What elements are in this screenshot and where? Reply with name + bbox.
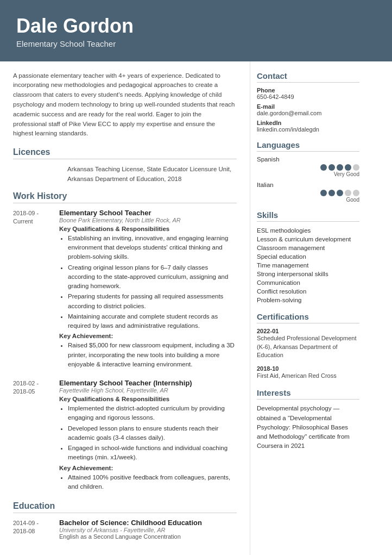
dot-1 [320, 164, 327, 171]
linkedin-value: linkedin.com/in/dalegdn [257, 126, 359, 133]
skills-section-title: Skills [257, 210, 359, 222]
achievement-item: Attained 100% positive feedback from col… [68, 473, 237, 492]
bullet-item: Maintaining accurate and complete studen… [68, 312, 237, 331]
skills-list: ESL methodologiesLesson & curriculum dev… [257, 226, 359, 304]
bullet-item: Creating original lesson plans for 6–7 d… [68, 263, 237, 291]
dot-3 [337, 190, 343, 196]
edu-entry-1: 2014-09 - 2018-08 Bachelor of Science: C… [13, 519, 237, 540]
skill-item: Conflict resolution [257, 287, 359, 296]
job-title-2: Elementary School Teacher (Internship) [59, 379, 237, 387]
skill-item: Time management [257, 261, 359, 270]
lang-level-italian: Good [257, 197, 359, 203]
skill-item: Classroom management [257, 244, 359, 252]
skill-item: Problem-solving [257, 296, 359, 304]
job-org-1: Boone Park Elementary, North Little Rock… [59, 217, 237, 223]
interests-section-title: Interests [257, 388, 359, 400]
licence-text: Arkansas Teaching License, State Educato… [67, 165, 237, 184]
job-title-1: Elementary School Teacher [59, 209, 237, 217]
dot-3 [337, 164, 343, 171]
cert-date-1: 2022-01 [257, 328, 359, 334]
lang-dots-spanish [257, 164, 359, 171]
work-detail-1: Elementary School Teacher Boone Park Ele… [59, 209, 237, 371]
content-wrapper: A passionate elementary teacher with 4+ … [0, 61, 392, 555]
resume-header: Dale Gordon Elementary School Teacher [0, 0, 392, 61]
dot-5 [353, 190, 359, 196]
work-date-1: 2018-09 - Current [13, 209, 59, 371]
achievement-bullets-1: Raised $5,000 for new classroom equipmen… [59, 341, 237, 369]
bullet-item: Preparing students for passing all requi… [68, 292, 237, 311]
edu-school-1: University of Arkansas - Fayetteville, A… [59, 527, 202, 533]
cert-desc-2: First Aid, American Red Cross [257, 372, 359, 381]
job-org-2: Fayetteville High School, Fayetteville, … [59, 387, 237, 394]
side-column: Contact Phone 650-642-4849 E-mail dale.g… [250, 61, 369, 555]
dot-5 [353, 164, 359, 171]
dot-2 [328, 164, 335, 171]
cert-entry-1: 2022-01 Scheduled Professional Developme… [257, 328, 359, 360]
language-spanish: Spanish Very Good [257, 156, 359, 177]
bullet-item: Developed lesson plans to ensure student… [68, 424, 237, 443]
language-italian: Italian Good [257, 182, 359, 203]
bullet-item: Implemented the district-adopted curricu… [68, 404, 237, 423]
edu-concentration-1: English as a Second Language Concentrati… [59, 533, 202, 540]
edu-detail-1: Bachelor of Science: Childhood Education… [59, 519, 202, 540]
licences-section-title: Licences [13, 147, 237, 159]
work-entry-1: 2018-09 - Current Elementary School Teac… [13, 209, 237, 371]
skill-item: Communication [257, 278, 359, 287]
contact-section-title: Contact [257, 71, 359, 83]
bullets-2: Implemented the district-adopted curricu… [59, 404, 237, 463]
kq-label-1: Key Qualifications & Responsibilities [59, 226, 237, 232]
lang-level-spanish: Very Good [257, 171, 359, 177]
bullets-1: Establishing an inviting, innovative, an… [59, 234, 237, 331]
summary-text: A passionate elementary teacher with 4+ … [13, 71, 237, 139]
candidate-name: Dale Gordon [16, 15, 376, 37]
skill-item: Strong interpersonal skills [257, 270, 359, 278]
cert-desc-1: Scheduled Professional Development (K-6)… [257, 334, 359, 360]
linkedin-label: LinkedIn [257, 120, 359, 126]
achievement-label-1: Key Achievement: [59, 333, 237, 339]
dot-4 [345, 164, 351, 171]
lang-name-italian: Italian [257, 182, 359, 188]
education-section-title: Education [13, 501, 237, 513]
skill-item: ESL methodologies [257, 226, 359, 235]
work-detail-2: Elementary School Teacher (Internship) F… [59, 379, 237, 494]
work-date-2: 2018-02 - 2018-05 [13, 379, 59, 494]
candidate-title: Elementary School Teacher [16, 39, 376, 48]
bullet-item: Establishing an inviting, innovative, an… [68, 234, 237, 262]
cert-entry-2: 2018-10 First Aid, American Red Cross [257, 365, 359, 381]
lang-name-spanish: Spanish [257, 156, 359, 163]
achievement-label-2: Key Achievement: [59, 465, 237, 471]
skill-item: Special education [257, 252, 359, 261]
languages-section-title: Languages [257, 140, 359, 152]
interests-text: Developmental psychology —obtained a "De… [257, 404, 359, 451]
dot-4 [345, 190, 351, 196]
dot-1 [320, 190, 327, 196]
cert-date-2: 2018-10 [257, 365, 359, 372]
work-entry-2: 2018-02 - 2018-05 Elementary School Teac… [13, 379, 237, 494]
edu-date-1: 2014-09 - 2018-08 [13, 519, 59, 540]
lang-dots-italian [257, 190, 359, 196]
achievement-bullets-2: Attained 100% positive feedback from col… [59, 473, 237, 492]
email-value: dale.gordon@email.com [257, 110, 359, 116]
phone-label: Phone [257, 87, 359, 93]
skill-item: Lesson & curriculum development [257, 235, 359, 244]
certifications-section-title: Certifications [257, 312, 359, 323]
achievement-item: Raised $5,000 for new classroom equipmen… [68, 341, 237, 369]
main-column: A passionate elementary teacher with 4+ … [0, 61, 250, 555]
email-label: E-mail [257, 103, 359, 110]
bullet-item: Engaged in school-wide functions and ind… [68, 444, 237, 463]
edu-degree-1: Bachelor of Science: Childhood Education [59, 519, 202, 527]
kq-label-2: Key Qualifications & Responsibilities [59, 396, 237, 402]
phone-value: 650-642-4849 [257, 93, 359, 100]
work-history-section-title: Work History [13, 191, 237, 203]
dot-2 [328, 190, 335, 196]
